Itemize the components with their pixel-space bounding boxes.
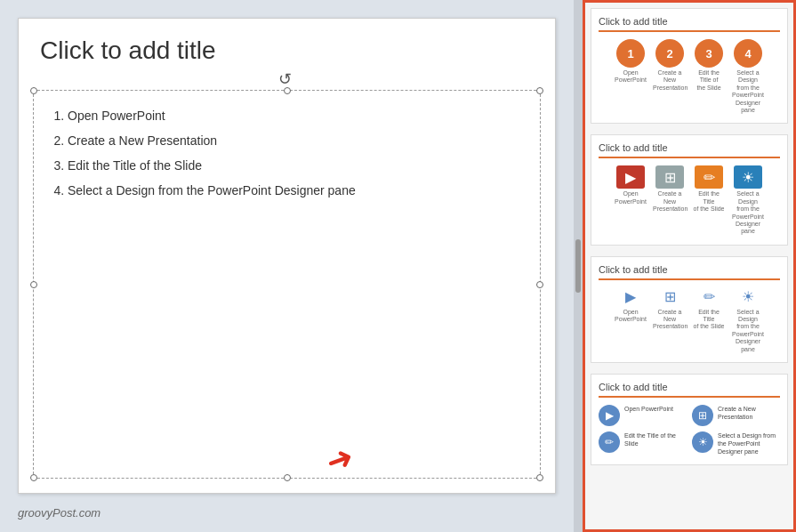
thumbnail-3[interactable]: Click to add title ▶ OpenPowerPoint ⊞ Cr… xyxy=(591,256,788,363)
rotate-icon[interactable]: ↺ xyxy=(278,69,292,89)
outline-label-2: Create a NewPresentation xyxy=(653,309,687,331)
list-item: Create a New Presentation xyxy=(68,128,524,153)
main-slide: Click to add title ↺ Open PowerPoint Cre… xyxy=(18,18,556,494)
outline-label-4: Select a Designfrom thePowerPointDesigne… xyxy=(731,309,765,353)
list-item: Select a Design from the PowerPoint Desi… xyxy=(68,178,524,203)
list-item: Open PowerPoint xyxy=(68,103,524,128)
thumb3-icon-3: ✏ Edit the Titleof the Slide xyxy=(692,287,726,353)
rect-icon-4: ☀ xyxy=(734,165,762,189)
rect-label-2: Create a NewPresentation xyxy=(653,190,687,213)
branding-text: groovyPost.com xyxy=(18,503,556,523)
handle-br[interactable] xyxy=(536,474,543,481)
thumb2-icon-3: ✏ Edit the Titleof the Slide xyxy=(692,165,726,235)
right-panel: Click to add title 1 OpenPowerPoint 2 Cr… xyxy=(583,0,796,532)
slide-list: Open PowerPoint Create a New Presentatio… xyxy=(50,103,524,203)
handle-ml[interactable] xyxy=(30,281,37,288)
thumb2-icon-1: ▶ OpenPowerPoint xyxy=(614,165,647,235)
slide-title[interactable]: Click to add title xyxy=(40,36,534,69)
thumb4-icon-4: ☀ xyxy=(692,431,713,453)
thumb2-icon-2: ⊞ Create a NewPresentation xyxy=(653,165,687,235)
circle-3: 3 xyxy=(695,39,723,68)
thumb4-item-2: ⊞ Create a New Presentation xyxy=(692,405,780,426)
circle-4: 4 xyxy=(734,39,762,68)
outline-icon-2: ⊞ xyxy=(656,287,683,307)
circle-label-1: OpenPowerPoint xyxy=(614,69,647,85)
left-panel: Click to add title ↺ Open PowerPoint Cre… xyxy=(0,0,574,532)
handle-tr[interactable] xyxy=(536,87,543,94)
selection-box[interactable]: ↺ Open PowerPoint Create a New Presentat… xyxy=(33,90,541,479)
outline-label-1: OpenPowerPoint xyxy=(614,309,647,324)
outline-label-3: Edit the Titleof the Slide xyxy=(692,309,726,331)
thumb4-text-1: Open PowerPoint xyxy=(624,405,673,413)
thumbnail-title-1: Click to add title xyxy=(599,16,780,32)
thumb4-icon-3: ✏ xyxy=(599,431,620,453)
circle-label-2: Create a NewPresentation xyxy=(653,69,687,92)
outline-icon-4: ☀ xyxy=(735,287,761,307)
thumb1-icon-3: 3 Edit the Title ofthe Slide xyxy=(692,39,726,114)
handle-bm[interactable] xyxy=(284,474,291,481)
thumb1-icon-4: 4 Select a Designfrom thePowerPointDesig… xyxy=(731,39,765,114)
thumb3-icon-1: ▶ OpenPowerPoint xyxy=(614,287,647,353)
thumb4-text-2: Create a New Presentation xyxy=(718,405,780,421)
thumb4-item-1: ▶ Open PowerPoint xyxy=(599,405,687,426)
handle-tl[interactable] xyxy=(30,87,37,94)
thumbnail-1[interactable]: Click to add title 1 OpenPowerPoint 2 Cr… xyxy=(591,8,788,124)
handle-tm[interactable] xyxy=(284,87,291,94)
outline-icon-1: ▶ xyxy=(617,287,644,307)
thumb1-icon-1: 1 OpenPowerPoint xyxy=(614,39,647,114)
thumb4-text-4: Select a Design from the PowerPoint Desi… xyxy=(718,431,780,455)
circle-label-3: Edit the Title ofthe Slide xyxy=(692,69,726,92)
circle-1: 1 xyxy=(616,39,645,68)
scrollbar[interactable] xyxy=(574,0,583,532)
thumb4-text-3: Edit the Title of the Slide xyxy=(624,431,687,447)
thumb2-icon-4: ☀ Select a Designfrom thePowerPointDesig… xyxy=(731,165,765,235)
rect-icon-1: ▶ xyxy=(616,165,645,189)
thumb4-grid: ▶ Open PowerPoint ⊞ Create a New Present… xyxy=(599,405,780,455)
thumb4-icon-1: ▶ xyxy=(599,405,620,426)
rect-label-4: Select a Designfrom thePowerPointDesigne… xyxy=(731,190,765,235)
thumbnail-title-2: Click to add title xyxy=(599,142,780,158)
thumb1-icon-2: 2 Create a NewPresentation xyxy=(653,39,687,114)
thumb3-icon-2: ⊞ Create a NewPresentation xyxy=(653,287,687,353)
thumb3-icon-4: ☀ Select a Designfrom thePowerPointDesig… xyxy=(731,287,765,353)
handle-mr[interactable] xyxy=(536,281,543,288)
circle-2: 2 xyxy=(655,39,684,68)
list-item: Edit the Title of the Slide xyxy=(68,153,524,178)
rect-icon-3: ✏ xyxy=(695,165,723,189)
thumb4-icon-2: ⊞ xyxy=(692,405,713,426)
thumbnail-4[interactable]: Click to add title ▶ Open PowerPoint ⊞ C… xyxy=(591,374,788,465)
handle-bl[interactable] xyxy=(30,474,37,481)
thumb4-item-4: ☀ Select a Design from the PowerPoint De… xyxy=(692,431,780,455)
thumbnail-title-4: Click to add title xyxy=(599,382,780,398)
thumbnail-2[interactable]: Click to add title ▶ OpenPowerPoint ⊞ Cr… xyxy=(591,134,788,245)
thumb4-item-3: ✏ Edit the Title of the Slide xyxy=(599,431,687,455)
thumb2-icons-row: ▶ OpenPowerPoint ⊞ Create a NewPresentat… xyxy=(599,165,780,235)
thumb1-icons-row: 1 OpenPowerPoint 2 Create a NewPresentat… xyxy=(599,39,780,114)
rect-label-3: Edit the Titleof the Slide xyxy=(692,190,726,213)
rect-label-1: OpenPowerPoint xyxy=(614,190,647,206)
thumbnail-title-3: Click to add title xyxy=(599,264,780,280)
circle-label-4: Select a Designfrom thePowerPointDesigne… xyxy=(731,69,765,114)
scroll-thumb[interactable] xyxy=(575,239,581,293)
rect-icon-2: ⊞ xyxy=(655,165,684,189)
outline-icon-3: ✏ xyxy=(695,287,722,307)
thumb3-icons-row: ▶ OpenPowerPoint ⊞ Create a NewPresentat… xyxy=(599,287,780,353)
